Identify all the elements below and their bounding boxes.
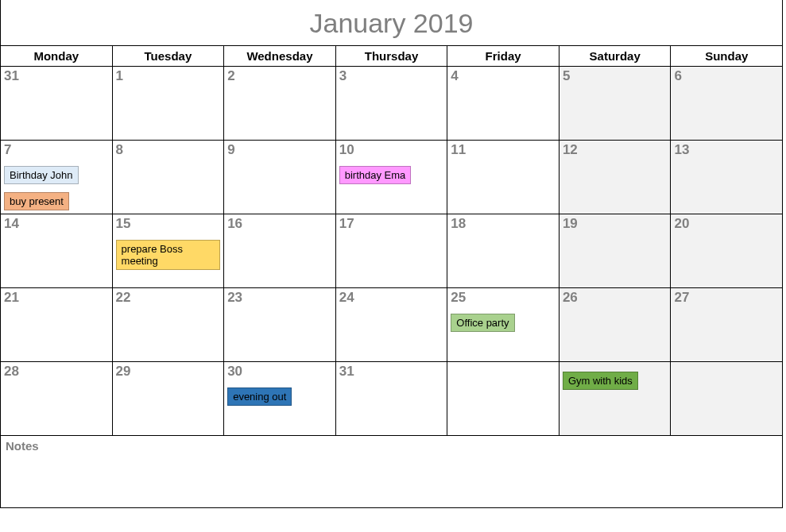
day-number: 20 (674, 216, 779, 232)
day-cell[interactable]: 23 (224, 288, 336, 361)
day-cell[interactable]: 6 (671, 67, 782, 140)
day-number: 17 (339, 216, 444, 232)
day-number: 26 (563, 290, 668, 306)
day-number: 14 (4, 216, 109, 232)
day-number: 10 (339, 142, 444, 158)
notes-label: Notes (1, 436, 782, 507)
day-cell[interactable]: 12 (559, 141, 672, 214)
week-row: 2122232425Office party2627 (1, 288, 782, 362)
calendar-event[interactable]: birthday Ema (339, 166, 412, 184)
week-row: 282930evening out31Gym with kids (1, 362, 782, 436)
calendar-title: January 2019 (1, 0, 782, 45)
week-row: 1415prepare Boss meeting1617181920 (1, 214, 782, 288)
day-cell[interactable]: 13 (671, 141, 782, 214)
day-number: 3 (339, 68, 444, 84)
day-number: 19 (563, 216, 668, 232)
day-number: 21 (4, 290, 109, 306)
day-number: 11 (451, 142, 556, 158)
day-number: 29 (116, 364, 221, 380)
day-number: 27 (674, 290, 779, 306)
day-header-row: Monday Tuesday Wednesday Thursday Friday… (1, 45, 782, 67)
day-cell[interactable] (447, 362, 559, 435)
day-cell[interactable]: 16 (224, 214, 336, 287)
day-number: 2 (227, 68, 332, 84)
day-number: 12 (563, 142, 668, 158)
week-row: 31123456 (1, 67, 782, 141)
day-cell[interactable]: 19 (559, 214, 672, 287)
day-cell[interactable]: 3 (336, 67, 448, 140)
day-cell[interactable]: 24 (336, 288, 448, 361)
day-cell[interactable]: 29 (113, 362, 225, 435)
day-number: 5 (563, 68, 668, 84)
day-cell[interactable]: 30evening out (224, 362, 336, 435)
calendar-event[interactable]: prepare Boss meeting (116, 240, 221, 270)
day-cell[interactable]: 7Birthday Johnbuy present (1, 141, 113, 214)
calendar-event[interactable]: Birthday John (4, 166, 79, 184)
day-cell[interactable]: 9 (224, 141, 336, 214)
calendar: January 2019 Monday Tuesday Wednesday Th… (0, 0, 783, 508)
day-header: Thursday (336, 46, 448, 66)
day-cell[interactable]: 11 (447, 141, 559, 214)
day-number: 1 (116, 68, 221, 84)
day-cell[interactable]: 20 (671, 214, 782, 287)
day-header: Wednesday (224, 46, 336, 66)
day-number: 9 (227, 142, 332, 158)
day-cell[interactable]: 4 (447, 67, 559, 140)
day-header: Saturday (559, 46, 672, 66)
calendar-event[interactable]: Gym with kids (563, 372, 638, 390)
day-cell[interactable]: 31 (1, 67, 113, 140)
calendar-event[interactable]: evening out (227, 387, 292, 406)
weeks-container: 311234567Birthday Johnbuy present8910bir… (1, 67, 782, 436)
day-number: 22 (116, 290, 221, 306)
day-number: 24 (339, 290, 444, 306)
day-number: 13 (674, 142, 779, 158)
day-number: 23 (227, 290, 332, 306)
day-cell[interactable]: 1 (113, 67, 225, 140)
day-cell[interactable]: 26 (559, 288, 672, 361)
day-number: 4 (451, 68, 556, 84)
day-header: Friday (447, 46, 559, 66)
day-header: Sunday (671, 46, 782, 66)
day-header: Monday (1, 46, 113, 66)
day-cell[interactable]: 27 (671, 288, 782, 361)
day-cell[interactable]: 17 (336, 214, 448, 287)
day-number: 16 (227, 216, 332, 232)
calendar-event[interactable]: buy present (4, 192, 69, 210)
day-cell[interactable]: 18 (447, 214, 559, 287)
day-number: 15 (116, 216, 221, 232)
day-cell[interactable]: 8 (113, 141, 225, 214)
day-number: 6 (674, 68, 779, 84)
day-cell[interactable]: 15prepare Boss meeting (113, 214, 225, 287)
day-number: 25 (451, 290, 556, 306)
day-number: 8 (116, 142, 221, 158)
week-row: 7Birthday Johnbuy present8910birthday Em… (1, 141, 782, 214)
day-cell[interactable]: Gym with kids (559, 362, 672, 435)
day-cell[interactable] (671, 362, 782, 435)
day-number: 7 (4, 142, 109, 158)
day-cell[interactable]: 10birthday Ema (336, 141, 448, 214)
day-cell[interactable]: 31 (336, 362, 448, 435)
day-header: Tuesday (113, 46, 225, 66)
day-number: 31 (339, 364, 444, 380)
day-cell[interactable]: 25Office party (447, 288, 559, 361)
day-number: 31 (4, 68, 109, 84)
calendar-event[interactable]: Office party (451, 314, 514, 332)
day-cell[interactable]: 5 (559, 67, 672, 140)
day-number: 18 (451, 216, 556, 232)
day-number: 28 (4, 364, 109, 380)
day-cell[interactable]: 21 (1, 288, 113, 361)
day-cell[interactable]: 14 (1, 214, 113, 287)
day-cell[interactable]: 2 (224, 67, 336, 140)
day-cell[interactable]: 28 (1, 362, 113, 435)
notes-row: Notes (1, 436, 782, 507)
day-number: 30 (227, 364, 332, 380)
day-cell[interactable]: 22 (113, 288, 225, 361)
